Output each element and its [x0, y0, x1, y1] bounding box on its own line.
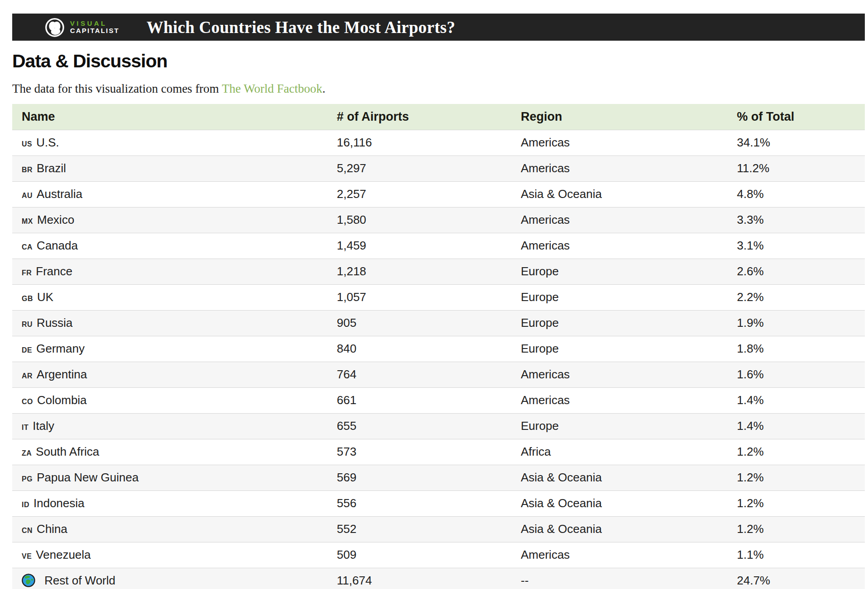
country-name: Argentina [37, 368, 87, 381]
cell-region: -- [511, 568, 727, 589]
cell-name: MXMexico [12, 207, 327, 233]
table-row: USU.S. 16,116 Americas 34.1% [12, 130, 865, 155]
country-name: China [37, 522, 67, 536]
table-row: MXMexico 1,580 Americas 3.3% [12, 207, 865, 233]
cell-region: Asia & Oceania [511, 181, 727, 207]
cell-pct: 1.2% [727, 439, 865, 465]
visual-capitalist-logo[interactable]: VISUAL CAPITALIST [43, 16, 119, 38]
country-code: MX [22, 217, 33, 225]
cell-airports: 16,116 [327, 130, 511, 155]
country-name: Papua New Guinea [37, 471, 138, 484]
infographic-title: Which Countries Have the Most Airports? [146, 18, 455, 37]
intro-paragraph: The data for this visualization comes fr… [12, 82, 326, 96]
country-name: Colombia [37, 393, 87, 407]
cell-region: Americas [511, 233, 727, 259]
cell-name: BRBrazil [12, 155, 327, 181]
cell-airports: 1,218 [327, 259, 511, 284]
cell-airports: 11,674 [327, 568, 511, 589]
table-row: PGPapua New Guinea 569 Asia & Oceania 1.… [12, 465, 865, 490]
globe-icon [22, 574, 35, 587]
table-row: VEVenezuela 509 Americas 1.1% [12, 542, 865, 568]
cell-region: Asia & Oceania [511, 516, 727, 542]
cell-airports: 661 [327, 387, 511, 413]
cell-pct: 1.8% [727, 336, 865, 362]
cell-pct: 3.3% [727, 207, 865, 233]
country-name: Rest of World [44, 574, 115, 587]
country-name: Indonesia [33, 496, 85, 510]
country-code: CN [22, 527, 33, 534]
cell-name: VEVenezuela [12, 542, 327, 568]
country-code: BR [22, 166, 33, 174]
country-name: Russia [37, 316, 72, 330]
country-code: AU [22, 192, 33, 199]
cell-pct: 1.2% [727, 490, 865, 516]
table-body: USU.S. 16,116 Americas 34.1% BRBrazil 5,… [12, 130, 865, 589]
cell-name: GBUK [12, 284, 327, 310]
table-row: BRBrazil 5,297 Americas 11.2% [12, 155, 865, 181]
table-row: GBUK 1,057 Europe 2.2% [12, 284, 865, 310]
topbar: VISUAL CAPITALIST Which Countries Have t… [12, 14, 865, 41]
cell-region: Africa [511, 439, 727, 465]
table-row: COColombia 661 Americas 1.4% [12, 387, 865, 413]
column-header-pct: % of Total [727, 104, 865, 130]
cell-airports: 2,257 [327, 181, 511, 207]
table-row: IDIndonesia 556 Asia & Oceania 1.2% [12, 490, 865, 516]
table-row: CNChina 552 Asia & Oceania 1.2% [12, 516, 865, 542]
table-row: Rest of World 11,674 -- 24.7% [12, 568, 865, 589]
intro-period: . [322, 82, 326, 95]
cell-pct: 1.2% [727, 516, 865, 542]
world-factbook-link[interactable]: The World Factbook [222, 82, 322, 95]
table-row: DEGermany 840 Europe 1.8% [12, 336, 865, 362]
country-code: US [22, 140, 32, 148]
country-name: Brazil [37, 161, 66, 175]
cell-pct: 2.2% [727, 284, 865, 310]
cell-region: Europe [511, 413, 727, 439]
cell-pct: 2.6% [727, 259, 865, 284]
table-row: FRFrance 1,218 Europe 2.6% [12, 259, 865, 284]
cell-name: PGPapua New Guinea [12, 465, 327, 490]
column-header-name: Name [12, 104, 327, 130]
column-header-region: Region [511, 104, 727, 130]
cell-pct: 1.9% [727, 310, 865, 336]
cell-name: CACanada [12, 233, 327, 259]
cell-airports: 509 [327, 542, 511, 568]
cell-airports: 1,580 [327, 207, 511, 233]
cell-region: Americas [511, 387, 727, 413]
cell-region: Americas [511, 542, 727, 568]
table-row: RURussia 905 Europe 1.9% [12, 310, 865, 336]
country-name: Mexico [37, 213, 74, 226]
table-row: AUAustralia 2,257 Asia & Oceania 4.8% [12, 181, 865, 207]
country-name: Italy [33, 419, 54, 433]
logo-word-capitalist: CAPITALIST [70, 27, 119, 34]
cell-airports: 764 [327, 362, 511, 387]
cell-region: Europe [511, 336, 727, 362]
cell-airports: 569 [327, 465, 511, 490]
country-code: GB [22, 295, 33, 302]
cell-region: Europe [511, 284, 727, 310]
cell-region: Asia & Oceania [511, 465, 727, 490]
cell-name: USU.S. [12, 130, 327, 155]
cell-name: RURussia [12, 310, 327, 336]
country-name: Venezuela [36, 548, 90, 561]
cell-name: DEGermany [12, 336, 327, 362]
intro-text: The data for this visualization comes fr… [12, 82, 222, 95]
country-name: UK [37, 290, 53, 304]
cell-airports: 556 [327, 490, 511, 516]
cell-name: Rest of World [12, 568, 327, 589]
cell-pct: 4.8% [727, 181, 865, 207]
section-heading: Data & Discussion [12, 51, 167, 72]
cell-name: COColombia [12, 387, 327, 413]
table-row: ZASouth Africa 573 Africa 1.2% [12, 439, 865, 465]
cell-name: FRFrance [12, 259, 327, 284]
cell-pct: 24.7% [727, 568, 865, 589]
cell-region: Europe [511, 310, 727, 336]
country-code: CO [22, 398, 33, 405]
country-name: South Africa [36, 445, 99, 458]
cell-region: Europe [511, 259, 727, 284]
country-code: IT [22, 424, 28, 431]
cell-airports: 552 [327, 516, 511, 542]
cell-name: IDIndonesia [12, 490, 327, 516]
cell-name: ZASouth Africa [12, 439, 327, 465]
country-name: Australia [37, 187, 82, 201]
cell-region: Americas [511, 207, 727, 233]
